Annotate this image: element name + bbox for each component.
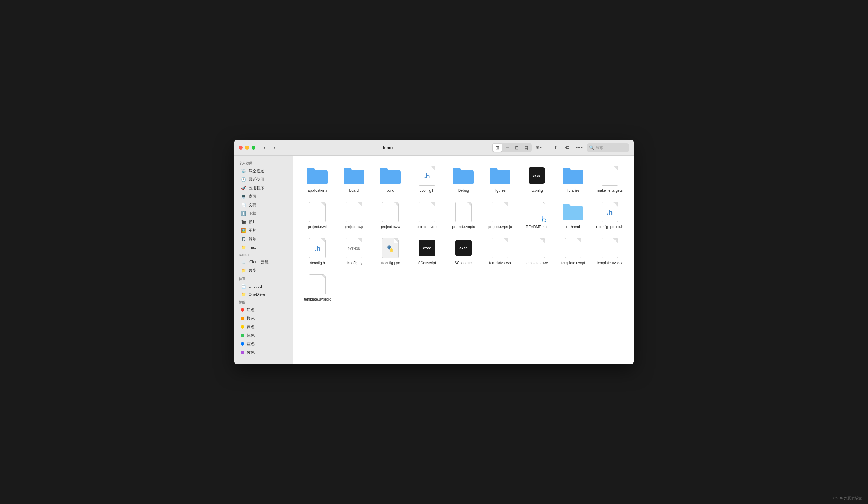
file-item-template.uvprojx[interactable]: template.uvprojx bbox=[300, 271, 334, 304]
file-item-cconfig.h[interactable]: .h cconfig.h bbox=[410, 162, 444, 195]
sidebar-item-recent[interactable]: 🕐 最近使用 bbox=[236, 175, 291, 184]
watermark: CSDN@夏侯域鑫 bbox=[834, 496, 862, 501]
tag-yellow-dot bbox=[241, 325, 244, 329]
file-item-template.uvopt[interactable]: template.uvopt bbox=[556, 234, 590, 268]
file-item-applications[interactable]: applications bbox=[300, 162, 334, 195]
icon-view-button[interactable]: ⊞ bbox=[493, 144, 502, 152]
doc-icon bbox=[309, 202, 326, 222]
file-item-template.ewp[interactable]: template.ewp bbox=[483, 234, 517, 268]
file-icon-wrap bbox=[599, 165, 621, 187]
file-icon-wrap bbox=[489, 237, 511, 259]
navigation-buttons: ‹ › bbox=[260, 143, 279, 152]
sidebar-item-apps[interactable]: 🚀 应用程序 bbox=[236, 184, 291, 192]
more-button[interactable]: ••• ▾ bbox=[574, 143, 584, 152]
sidebar-item-icloud-drive[interactable]: ☁️ iCloud 云盘 bbox=[236, 258, 291, 266]
sidebar-item-tag-blue[interactable]: 蓝色 bbox=[236, 340, 291, 348]
file-item-rtconfig.pyc[interactable]: rtconfig.pyc bbox=[373, 234, 407, 268]
close-button[interactable] bbox=[239, 145, 243, 150]
sidebar-item-airdrop[interactable]: 📡 隔空投送 bbox=[236, 167, 291, 175]
list-view-button[interactable]: ☰ bbox=[503, 144, 512, 152]
search-bar[interactable]: 🔍 bbox=[587, 143, 629, 152]
sidebar-item-max[interactable]: 📁 max bbox=[236, 243, 291, 251]
file-icon-wrap bbox=[562, 237, 584, 259]
exec-icon: exec bbox=[455, 240, 472, 256]
sidebar-item-tag-green[interactable]: 绿色 bbox=[236, 331, 291, 340]
sidebar-item-tag-yellow[interactable]: 黄色 bbox=[236, 323, 291, 331]
file-item-README.md[interactable]: ↓ ⬡ README.md bbox=[519, 198, 554, 232]
toolbar-right: ⊞ ☰ ⊟ ▦ ⊞ ▾ ⬆ 🏷 ••• ▾ 🔍 bbox=[492, 143, 629, 152]
back-button[interactable]: ‹ bbox=[260, 143, 269, 152]
sidebar-item-docs[interactable]: 📄 文稿 bbox=[236, 201, 291, 209]
file-item-template.uvoptx[interactable]: template.uvoptx bbox=[592, 234, 627, 268]
file-icon-wrap: PYTHON bbox=[343, 237, 365, 259]
file-item-project.ewd[interactable]: project.ewd bbox=[300, 198, 334, 232]
forward-button[interactable]: › bbox=[270, 143, 279, 152]
file-item-Kconfig[interactable]: exec Kconfig bbox=[519, 162, 554, 195]
file-item-board[interactable]: board bbox=[337, 162, 371, 195]
file-name: SConstruct bbox=[455, 261, 473, 266]
docs-icon: 📄 bbox=[241, 203, 246, 208]
sidebar-item-tag-orange[interactable]: 橙色 bbox=[236, 314, 291, 323]
doc-icon bbox=[492, 238, 508, 258]
file-name: rtconfig_preinc.h bbox=[596, 225, 623, 230]
exec-icon: exec bbox=[419, 240, 435, 256]
file-icon-wrap bbox=[453, 201, 474, 223]
file-item-project.ewp[interactable]: project.ewp bbox=[337, 198, 371, 232]
tag-red-dot bbox=[241, 308, 244, 312]
sidebar-label-docs: 文稿 bbox=[249, 202, 256, 208]
file-name: build bbox=[387, 188, 394, 193]
traffic-lights bbox=[239, 145, 256, 150]
file-name: Debug bbox=[458, 188, 469, 193]
share-button[interactable]: ⬆ bbox=[551, 143, 560, 152]
sidebar-item-music[interactable]: 🎵 音乐 bbox=[236, 235, 291, 243]
file-item-rtconfig.py[interactable]: PYTHON rtconfig.py bbox=[337, 234, 371, 268]
sidebar-item-shared[interactable]: 📁 共享 bbox=[236, 266, 291, 275]
gallery-view-button[interactable]: ▦ bbox=[522, 144, 531, 152]
sidebar-label-photos: 图片 bbox=[249, 228, 256, 233]
file-icon-wrap: .h bbox=[599, 201, 621, 223]
sidebar-item-desktop[interactable]: 💻 桌面 bbox=[236, 192, 291, 201]
sidebar-item-onedrive[interactable]: 📁 OneDrive bbox=[236, 290, 291, 298]
action-button[interactable]: ⊞ ▾ bbox=[534, 143, 544, 152]
file-name: project.ewp bbox=[344, 225, 363, 230]
sidebar-item-photos[interactable]: 🖼️ 图片 bbox=[236, 226, 291, 235]
sidebar-label-music: 音乐 bbox=[249, 236, 256, 242]
sidebar-label-tag-orange: 橙色 bbox=[247, 316, 255, 321]
svg-rect-3 bbox=[391, 248, 392, 251]
downloads-icon: ⬇️ bbox=[241, 211, 246, 216]
doc-python-icon: PYTHON bbox=[346, 238, 362, 258]
file-icon-wrap bbox=[489, 201, 511, 223]
file-name: applications bbox=[308, 188, 327, 193]
sidebar-item-tag-red[interactable]: 红色 bbox=[236, 306, 291, 314]
minimize-button[interactable] bbox=[245, 145, 249, 150]
file-item-project.eww[interactable]: project.eww bbox=[373, 198, 407, 232]
sidebar-section-locations: 位置 bbox=[234, 275, 293, 282]
airdrop-icon: 📡 bbox=[241, 169, 246, 173]
doc-icon bbox=[382, 202, 399, 222]
file-name: template.eww bbox=[526, 261, 548, 266]
file-item-project.uvoptx[interactable]: project.uvoptx bbox=[446, 198, 481, 232]
tag-button[interactable]: 🏷 bbox=[562, 143, 571, 152]
file-item-rtconfig.h[interactable]: .h rtconfig.h bbox=[300, 234, 334, 268]
file-item-template.eww[interactable]: template.eww bbox=[519, 234, 554, 268]
column-view-button[interactable]: ⊟ bbox=[512, 144, 521, 152]
sidebar-item-tag-purple[interactable]: 紫色 bbox=[236, 348, 291, 356]
maximize-button[interactable] bbox=[251, 145, 256, 150]
sidebar-item-movies[interactable]: 🎬 影片 bbox=[236, 218, 291, 226]
file-item-libraries[interactable]: libraries bbox=[556, 162, 590, 195]
sidebar-item-downloads[interactable]: ⬇️ 下载 bbox=[236, 209, 291, 218]
file-item-Debug[interactable]: Debug bbox=[446, 162, 481, 195]
file-item-project.uvopt[interactable]: project.uvopt bbox=[410, 198, 444, 232]
file-item-SConscript[interactable]: exec SConscript bbox=[410, 234, 444, 268]
file-item-project.uvprojx[interactable]: project.uvprojx bbox=[483, 198, 517, 232]
file-item-build[interactable]: build bbox=[373, 162, 407, 195]
file-item-figures[interactable]: figures bbox=[483, 162, 517, 195]
file-item-makefile.targets[interactable]: makefile.targets bbox=[592, 162, 627, 195]
file-item-SConstruct[interactable]: exec SConstruct bbox=[446, 234, 481, 268]
photos-icon: 🖼️ bbox=[241, 228, 246, 233]
file-item-rt-thread[interactable]: rt-thread bbox=[556, 198, 590, 232]
sidebar-item-untitled[interactable]: 📄 Untitled bbox=[236, 282, 291, 290]
file-item-rtconfig_preinc.h[interactable]: .h rtconfig_preinc.h bbox=[592, 198, 627, 232]
sidebar-label-recent: 最近使用 bbox=[249, 177, 264, 182]
search-input[interactable] bbox=[596, 145, 627, 150]
